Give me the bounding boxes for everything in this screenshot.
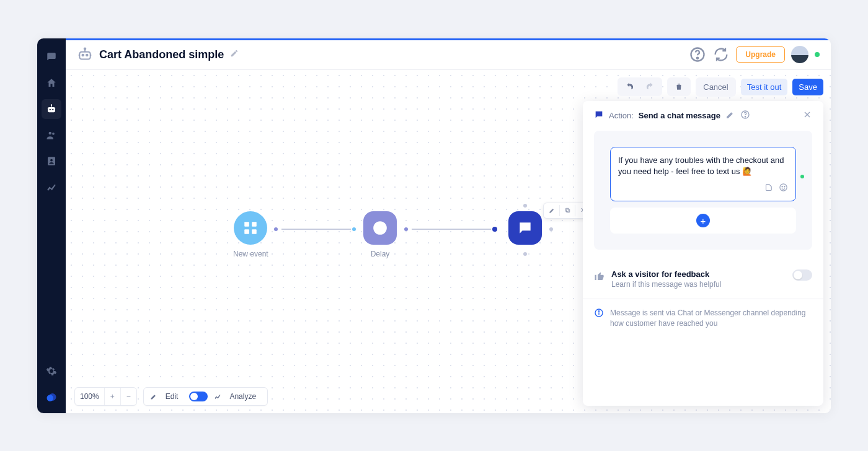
- info-icon: [594, 308, 604, 320]
- add-message-row: +: [610, 208, 796, 234]
- node-label: New event: [233, 250, 268, 258]
- svg-point-29: [780, 184, 787, 191]
- svg-point-5: [49, 131, 52, 134]
- edit-mode-button[interactable]: Edit: [144, 388, 190, 405]
- rail-home[interactable]: [42, 73, 61, 93]
- panel-close-icon[interactable]: [802, 110, 812, 122]
- zoom-in-button[interactable]: +: [104, 388, 120, 405]
- page-title: Cart Abandoned simple: [99, 48, 224, 61]
- chat-action-icon: [594, 110, 604, 122]
- bot-icon: [77, 46, 93, 63]
- main-area: Cart Abandoned simple Upgrade: [66, 38, 831, 413]
- cancel-button[interactable]: Cancel: [697, 79, 734, 95]
- connector-dot: [404, 227, 408, 231]
- help-icon[interactable]: [689, 46, 706, 63]
- svg-rect-23: [252, 229, 257, 234]
- connector-dot: [523, 252, 527, 256]
- node-delay[interactable]: Delay: [363, 211, 397, 258]
- message-text: If you have any troubles with the checko…: [618, 155, 784, 177]
- emoji-icon[interactable]: [779, 183, 788, 196]
- panel-info-row: Message is sent via Chat or Messenger ch…: [583, 299, 823, 338]
- svg-point-34: [598, 311, 599, 312]
- left-rail: [37, 38, 66, 413]
- attach-file-icon[interactable]: [764, 183, 774, 196]
- canvas-bottom-bar: 100% + − Edit Analyze: [74, 387, 268, 406]
- mode-toggle[interactable]: [189, 392, 208, 401]
- panel-prefix: Action:: [609, 111, 634, 120]
- message-input[interactable]: If you have any troubles with the checko…: [610, 147, 796, 202]
- svg-point-10: [47, 395, 54, 401]
- flow-edge: [412, 229, 491, 230]
- analyze-mode-button[interactable]: Analyze: [208, 388, 267, 405]
- duplicate-node-icon[interactable]: [561, 205, 574, 216]
- redo-button[interactable]: [640, 79, 661, 95]
- feedback-icon: [594, 271, 605, 284]
- presence-indicator: [815, 52, 820, 57]
- feedback-option-row: Ask a visitor for feedback Learn if this…: [583, 260, 823, 299]
- connector-dot: [549, 227, 553, 231]
- panel-body: If you have any troubles with the checko…: [583, 131, 823, 260]
- node-new-event[interactable]: New event: [233, 211, 268, 258]
- app-frame: Cart Abandoned simple Upgrade: [37, 38, 831, 413]
- info-text: Message is sent via Chat or Messenger ch…: [610, 308, 812, 330]
- svg-rect-25: [566, 209, 569, 212]
- svg-point-30: [782, 186, 782, 187]
- svg-point-19: [697, 58, 698, 59]
- zoom-out-button[interactable]: −: [120, 388, 136, 405]
- svg-point-6: [52, 132, 55, 134]
- avatar[interactable]: [791, 46, 808, 63]
- topbar: Cart Abandoned simple Upgrade: [66, 40, 831, 70]
- edit-node-icon[interactable]: [546, 205, 558, 216]
- connector-dot: [523, 204, 527, 208]
- svg-point-12: [82, 55, 84, 56]
- test-button[interactable]: Test it out: [741, 79, 788, 95]
- svg-rect-22: [245, 229, 250, 234]
- rail-contacts[interactable]: [42, 125, 61, 145]
- action-panel: Action: Send a chat message: [583, 101, 823, 406]
- delete-button[interactable]: [668, 79, 689, 95]
- connector-dot: [492, 227, 497, 232]
- svg-rect-20: [245, 222, 250, 227]
- zoom-control: 100% + −: [74, 387, 137, 406]
- svg-point-28: [745, 116, 745, 116]
- save-button[interactable]: Save: [792, 79, 823, 95]
- undo-button[interactable]: [619, 79, 640, 95]
- zoom-level: 100%: [75, 392, 104, 401]
- connector-dot: [274, 227, 278, 231]
- svg-point-8: [50, 159, 53, 161]
- svg-point-13: [86, 55, 88, 56]
- feedback-subtitle: Learn if this message was helpful: [611, 280, 721, 289]
- svg-point-15: [84, 48, 86, 50]
- panel-header: Action: Send a chat message: [583, 101, 823, 131]
- rail-settings[interactable]: [42, 361, 61, 381]
- feedback-toggle[interactable]: [792, 269, 812, 281]
- rail-inbox[interactable]: [42, 47, 61, 67]
- panel-title: Send a chat message: [639, 111, 720, 120]
- upgrade-button[interactable]: Upgrade: [736, 46, 785, 63]
- message-editor-wrap: If you have any troubles with the checko…: [594, 131, 812, 250]
- svg-rect-26: [565, 208, 569, 211]
- canvas-action-bar: Cancel Test it out Save: [618, 77, 823, 97]
- node-label: Delay: [363, 250, 397, 258]
- svg-rect-0: [48, 107, 55, 112]
- panel-edit-icon[interactable]: [725, 110, 735, 122]
- add-message-button[interactable]: +: [696, 214, 710, 227]
- flow-edge: [281, 229, 351, 230]
- svg-point-4: [51, 104, 52, 105]
- rail-bots[interactable]: [42, 99, 61, 119]
- rail-profile[interactable]: [42, 151, 61, 171]
- unsaved-indicator: [800, 175, 804, 178]
- canvas[interactable]: Cancel Test it out Save New event Delay: [66, 70, 831, 413]
- refresh-icon[interactable]: [712, 46, 730, 63]
- node-send-message[interactable]: [508, 211, 542, 250]
- svg-point-31: [784, 186, 785, 187]
- mode-control: Edit Analyze: [143, 387, 268, 406]
- panel-help-icon[interactable]: [740, 110, 750, 122]
- svg-point-1: [50, 108, 51, 110]
- rail-analytics[interactable]: [42, 177, 61, 197]
- svg-rect-21: [252, 222, 257, 227]
- svg-point-2: [52, 108, 53, 110]
- rail-logo[interactable]: [42, 387, 61, 407]
- edit-title-icon[interactable]: [230, 49, 239, 60]
- feedback-title: Ask a visitor for feedback: [611, 269, 721, 279]
